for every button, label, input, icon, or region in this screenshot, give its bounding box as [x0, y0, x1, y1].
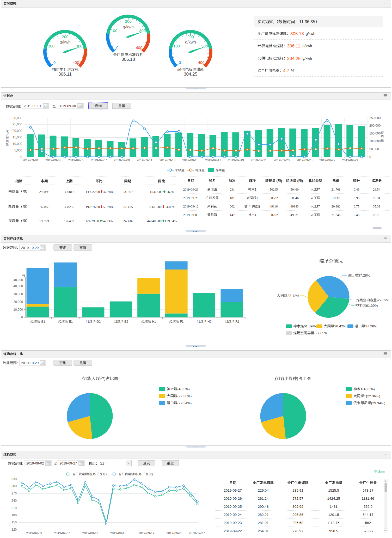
- svg-text:100,000: 100,000: [369, 139, 381, 143]
- svg-text:28.42%: 28.42%: [334, 324, 346, 328]
- svg-text:(: (: [296, 179, 299, 183]
- svg-text:21.768: 21.768: [332, 188, 340, 191]
- svg-text:2019-09-27: 2019-09-27: [319, 158, 335, 162]
- svg-text:10,000: 10,000: [13, 308, 23, 311]
- svg-text:200,000: 200,000: [369, 124, 381, 127]
- svg-text:396817: 396817: [64, 190, 75, 194]
- svg-text:-F2: -F2: [234, 320, 239, 323]
- svg-text:400: 400: [136, 45, 142, 50]
- svg-text:147: 147: [230, 213, 235, 217]
- svg-text:264.01: 264.01: [258, 529, 268, 533]
- svg-text:305.18: 305.18: [290, 31, 304, 36]
- svg-text:2019-09-22: 2019-09-22: [224, 529, 242, 533]
- svg-text:): ): [302, 179, 303, 183]
- svg-text:573.27: 573.27: [363, 488, 373, 492]
- svg-text:#6: #6: [177, 68, 181, 72]
- svg-text:2019-09-19: 2019-09-19: [138, 531, 155, 535]
- svg-text:126492: 126492: [64, 219, 74, 223]
- svg-text:2019-09-15: 2019-09-15: [182, 158, 198, 162]
- svg-text:100: 100: [173, 44, 180, 48]
- svg-text:2019-09-03: 2019-09-03: [26, 531, 42, 535]
- svg-text:0: 0: [21, 316, 23, 319]
- svg-text:1(48.3%): 1(48.3%): [360, 387, 375, 391]
- svg-text:2019-09-30: 2019-09-30: [58, 104, 76, 108]
- svg-text:(: (: [91, 472, 92, 476]
- svg-text:2019-10-29: 2019-10-29: [21, 361, 39, 365]
- svg-text:-G2: -G2: [95, 320, 101, 323]
- svg-text:2019-09-23: 2019-09-23: [224, 521, 242, 525]
- svg-text:37.28%: 37.28%: [358, 273, 370, 277]
- svg-text:2019-09-09: 2019-09-09: [114, 158, 130, 162]
- svg-text:1181.46: 1181.46: [362, 497, 374, 500]
- svg-text:49927: 49927: [290, 213, 298, 217]
- svg-text:69229.00: 69229.00: [86, 219, 99, 223]
- svg-text:35.31: 35.31: [373, 205, 380, 208]
- svg-text:54.73%: 54.73%: [102, 219, 113, 223]
- svg-text:573.27: 573.27: [363, 529, 373, 533]
- svg-text:150,000: 150,000: [369, 132, 381, 135]
- svg-text:0: 0: [116, 45, 118, 50]
- svg-text:20,000: 20,000: [13, 300, 23, 304]
- svg-text:582: 582: [365, 521, 371, 525]
- svg-text:(: (: [275, 179, 278, 183]
- svg-text:50202: 50202: [270, 213, 278, 217]
- svg-text:200: 200: [125, 19, 131, 23]
- svg-text:2019-09-02: 2019-09-02: [26, 461, 44, 465]
- svg-text:2019-10-29: 2019-10-29: [21, 246, 39, 250]
- svg-text:4.7: 4.7: [283, 68, 289, 73]
- svg-text:2019-09-07: 2019-09-07: [54, 531, 70, 535]
- svg-text:49116: 49116: [270, 205, 278, 208]
- svg-text:11:36:35: 11:36:35: [299, 20, 315, 24]
- svg-text:2019-09-24: 2019-09-24: [224, 513, 242, 517]
- svg-text:-E1: -E1: [68, 320, 73, 323]
- svg-text:0: 0: [179, 60, 181, 65]
- svg-text:210: 210: [11, 506, 17, 510]
- svg-text:#5: #5: [258, 44, 262, 48]
- svg-text:19.32: 19.32: [332, 196, 340, 200]
- svg-text:#1: #1: [30, 320, 34, 323]
- svg-text:2019-09-03: 2019-09-03: [45, 158, 62, 162]
- svg-text:165859: 165859: [39, 205, 50, 209]
- svg-text:281.91: 281.91: [258, 521, 268, 525]
- svg-text:552.9: 552.9: [364, 505, 372, 509]
- svg-text:#2: #2: [225, 320, 228, 323]
- svg-text:2019-09-11: 2019-09-11: [137, 158, 152, 162]
- svg-text:200: 200: [62, 34, 68, 39]
- svg-text:28.42%: 28.42%: [287, 294, 299, 298]
- svg-text:235.91: 235.91: [292, 488, 303, 492]
- svg-text:195721: 195721: [39, 219, 50, 223]
- svg-text:#2: #2: [114, 320, 117, 323]
- svg-text:2019-09-23: 2019-09-23: [274, 158, 290, 162]
- svg-text:250,000: 250,000: [369, 116, 381, 120]
- svg-text:330: 330: [11, 477, 17, 481]
- svg-text:544.17: 544.17: [363, 513, 373, 517]
- svg-text:2019-09-15: 2019-09-15: [110, 531, 126, 535]
- svg-text:2019-09-05: 2019-09-05: [68, 158, 84, 162]
- svg-text:#2: #2: [58, 320, 62, 323]
- svg-text:2019-09-12: 2019-09-12: [183, 205, 198, 208]
- svg-text:2019-09-23: 2019-09-23: [166, 531, 182, 535]
- svg-text:400: 400: [198, 60, 205, 65]
- svg-text:g/kwh: g/kwh: [305, 32, 315, 36]
- svg-text:282.21: 282.21: [258, 513, 268, 517]
- svg-text:25,000: 25,000: [13, 123, 22, 126]
- svg-text:-H1: -H1: [151, 320, 156, 323]
- svg-text:231: 231: [230, 188, 235, 191]
- svg-text:g/kwh: g/kwh: [302, 44, 312, 48]
- svg-text:g/kwh: g/kwh: [302, 56, 312, 60]
- svg-text:(: (: [90, 376, 92, 381]
- svg-text:278.97: 278.97: [292, 529, 303, 533]
- svg-text:251475: 251475: [123, 205, 133, 209]
- svg-text:1431: 1431: [330, 505, 338, 509]
- svg-text:50,000: 50,000: [369, 147, 379, 151]
- svg-text:2019-09-25: 2019-09-25: [296, 158, 313, 162]
- svg-text:g/kwh: g/kwh: [123, 25, 134, 29]
- svg-text:(22.36%): (22.36%): [177, 394, 192, 398]
- svg-text:302.99: 302.99: [292, 505, 303, 509]
- svg-text:): ): [281, 179, 282, 183]
- svg-text:5,000: 5,000: [14, 149, 22, 152]
- svg-text:300: 300: [11, 484, 17, 488]
- svg-text:20.982: 20.982: [332, 205, 340, 208]
- svg-text:2019-09-11: 2019-09-11: [82, 531, 98, 535]
- svg-text:261.24: 261.24: [258, 497, 269, 500]
